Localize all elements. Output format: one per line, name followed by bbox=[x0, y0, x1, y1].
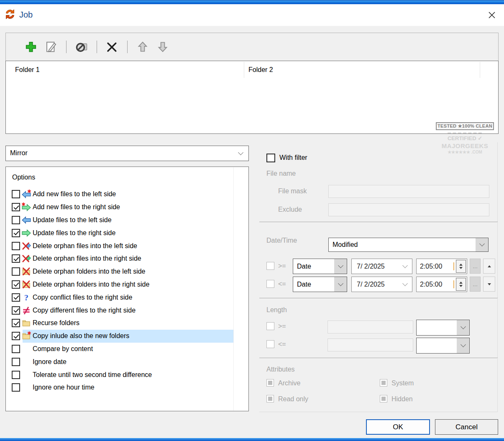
options-rows: Add new files to the left side Add new f… bbox=[6, 188, 248, 394]
option-checkbox[interactable] bbox=[12, 306, 20, 315]
cancel-button[interactable]: Cancel bbox=[435, 419, 498, 435]
scroll-down-button[interactable] bbox=[483, 277, 495, 292]
toolbar-separator bbox=[97, 41, 97, 53]
option-row[interactable]: Tolerate until two second time differenc… bbox=[6, 368, 248, 381]
option-row[interactable]: Copy inlude also the new folders bbox=[6, 330, 248, 343]
option-row[interactable]: Delete orphan files into the right side bbox=[6, 252, 248, 265]
option-row[interactable]: Copy different files to the right side bbox=[6, 304, 248, 317]
option-checkbox[interactable] bbox=[12, 383, 20, 392]
datetime-le-checkbox[interactable] bbox=[266, 280, 274, 288]
option-checkbox[interactable] bbox=[12, 254, 20, 263]
folder-pairs-list[interactable]: Folder 1 Folder 2 bbox=[5, 61, 499, 134]
hidden-checkbox[interactable] bbox=[380, 395, 387, 403]
sync-mode-select[interactable]: Mirror bbox=[5, 146, 249, 161]
with-filter-checkbox[interactable] bbox=[266, 154, 275, 162]
option-checkbox[interactable] bbox=[12, 216, 20, 224]
option-checkbox[interactable] bbox=[12, 190, 20, 198]
datetime-ge-time-picker[interactable]: 2:05:00 bbox=[416, 259, 467, 274]
chevron-down-icon bbox=[402, 263, 408, 268]
file-mask-input[interactable] bbox=[328, 185, 489, 198]
datetime-le-more-button[interactable]: ... bbox=[470, 277, 481, 292]
time-spinner[interactable] bbox=[456, 260, 466, 273]
spin-up-icon bbox=[459, 282, 463, 284]
option-row[interactable]: Update files to the right side bbox=[6, 226, 248, 239]
option-label: Recurse folders bbox=[33, 319, 79, 327]
archive-label: Archive bbox=[278, 379, 300, 387]
window-bottom-accent bbox=[0, 438, 504, 441]
delete-folder-pair-button[interactable] bbox=[105, 40, 119, 54]
add-folder-pair-button[interactable] bbox=[24, 40, 38, 54]
move-up-button[interactable] bbox=[136, 40, 149, 54]
option-checkbox[interactable] bbox=[12, 280, 20, 289]
option-checkbox[interactable] bbox=[12, 345, 20, 353]
system-checkbox[interactable] bbox=[380, 379, 387, 387]
option-checkbox[interactable] bbox=[12, 293, 20, 302]
option-checkbox[interactable] bbox=[12, 358, 20, 366]
read-only-label: Read only bbox=[278, 395, 308, 403]
option-checkbox[interactable] bbox=[12, 267, 20, 276]
conflict-question-icon bbox=[22, 293, 31, 302]
option-checkbox[interactable] bbox=[12, 203, 20, 211]
scroll-up-button[interactable] bbox=[483, 259, 495, 274]
column-header-folder2[interactable]: Folder 2 bbox=[248, 66, 273, 74]
archive-checkbox[interactable] bbox=[266, 379, 274, 387]
add-plus-icon bbox=[25, 41, 37, 53]
option-checkbox[interactable] bbox=[12, 319, 20, 327]
option-row[interactable]: Ignore date bbox=[6, 355, 248, 368]
option-row[interactable]: Delete orphan folders into the right sid… bbox=[6, 278, 248, 291]
close-button[interactable] bbox=[485, 8, 499, 22]
section-divider bbox=[259, 298, 498, 299]
option-label: Copy inlude also the new folders bbox=[33, 332, 129, 340]
disable-icon bbox=[75, 41, 88, 53]
ok-button[interactable]: OK bbox=[366, 419, 430, 435]
length-ge-checkbox[interactable] bbox=[266, 322, 274, 330]
move-down-button[interactable] bbox=[156, 40, 169, 54]
datetime-field-select[interactable]: Modified bbox=[328, 238, 489, 252]
length-le-checkbox[interactable] bbox=[266, 340, 274, 348]
option-label: Update files to the left side bbox=[33, 216, 112, 224]
filter-panel: With filter File name File mask Exclude … bbox=[259, 142, 498, 412]
datetime-le-type-select[interactable]: Date bbox=[293, 277, 347, 292]
option-checkbox[interactable] bbox=[12, 229, 20, 237]
option-checkbox[interactable] bbox=[12, 371, 20, 379]
datetime-ge-date-picker[interactable]: 7/ 2/2025 bbox=[351, 259, 412, 274]
option-row[interactable]: Update files to the left side bbox=[6, 214, 248, 227]
option-label: Delete orphan folders into the right sid… bbox=[33, 281, 149, 288]
read-only-checkbox[interactable] bbox=[266, 395, 274, 403]
option-row[interactable]: Add new files to the left side bbox=[6, 188, 248, 201]
option-row[interactable]: Copy conflict files to the right side bbox=[6, 291, 248, 304]
job-dialog: Job Folder 1 Folder 2 TESTED bbox=[0, 0, 504, 441]
option-checkbox[interactable] bbox=[12, 332, 20, 340]
length-le-input[interactable] bbox=[327, 338, 413, 351]
column-divider bbox=[480, 62, 480, 78]
option-checkbox[interactable] bbox=[12, 242, 20, 250]
length-le-unit-select[interactable] bbox=[416, 338, 470, 354]
add-new-right-arrow-icon bbox=[22, 203, 31, 212]
option-row[interactable]: Ignore one hour time bbox=[6, 381, 248, 394]
column-header-folder1[interactable]: Folder 1 bbox=[15, 66, 40, 74]
exclude-input[interactable] bbox=[328, 203, 489, 216]
folder-pairs-panel: Folder 1 Folder 2 bbox=[5, 33, 499, 134]
datetime-le-date-picker[interactable]: 7/ 2/2025 bbox=[351, 277, 412, 292]
delete-x-icon bbox=[106, 41, 118, 53]
option-row[interactable]: Recurse folders bbox=[6, 317, 248, 330]
datetime-le-time-picker[interactable]: 2:05:00 bbox=[416, 277, 467, 292]
option-row[interactable]: Add new files to the right side bbox=[6, 201, 248, 214]
length-ge-input[interactable] bbox=[327, 320, 413, 333]
update-left-arrow-icon bbox=[22, 215, 31, 225]
exclude-label: Exclude bbox=[278, 206, 302, 213]
edit-folder-pair-button[interactable] bbox=[44, 40, 58, 54]
datetime-ge-more-button[interactable]: ... bbox=[470, 259, 481, 274]
option-row[interactable]: Delete orphan folders into the left side bbox=[6, 265, 248, 278]
time-caret bbox=[453, 262, 454, 270]
length-ge-unit-select[interactable] bbox=[416, 320, 470, 336]
sync-app-icon bbox=[4, 8, 16, 21]
datetime-ge-type-select[interactable]: Date bbox=[293, 259, 347, 274]
disable-folder-pair-button[interactable] bbox=[75, 40, 88, 54]
datetime-ge-date-value: 7/ 2/2025 bbox=[357, 263, 385, 270]
time-spinner[interactable] bbox=[456, 278, 466, 291]
option-row[interactable]: Delete orphan files into the left side bbox=[6, 239, 248, 252]
option-row[interactable]: Compare by content bbox=[6, 343, 248, 356]
datetime-ge-checkbox[interactable] bbox=[266, 262, 274, 270]
folder-icon bbox=[22, 318, 31, 328]
